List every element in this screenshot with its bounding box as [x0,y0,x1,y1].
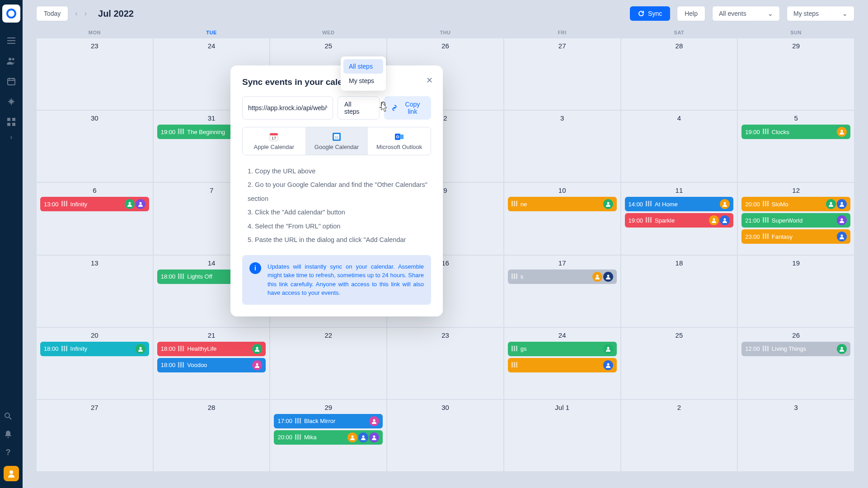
calendar-cell[interactable]: 2018:00Infinity [36,327,153,400]
calendar-event[interactable]: gs [508,342,617,356]
sync-button[interactable]: Sync [630,6,670,21]
date-number: 30 [391,404,500,411]
svg-point-11 [9,470,13,474]
app-logo[interactable] [2,5,20,23]
calendar-cell[interactable]: 27 [504,38,621,110]
calendar-cell[interactable]: 2118:00HealthyLife18:00Voodoo [153,327,270,400]
copy-link-button[interactable]: Copy link [384,96,431,120]
dropdown-item-all-steps[interactable]: All steps [343,59,383,74]
svg-rect-99 [765,346,766,351]
svg-rect-108 [300,434,301,440]
svg-rect-87 [180,362,182,367]
date-number: 17 [508,259,617,267]
calendar-cell[interactable]: 10ne [504,182,621,255]
chevron-down-icon: ⌄ [842,10,848,17]
calendar-event[interactable] [508,358,617,372]
tab-outlook[interactable]: O Microsoft Outlook [368,127,431,155]
google-calendar-icon: 31 [332,132,342,142]
calendar-cell[interactable]: 24gs [504,327,621,400]
calendar-cell[interactable]: 23 [387,327,504,400]
svg-point-44 [724,202,726,204]
calendar-cell[interactable]: 18 [621,255,738,327]
calendar-cell[interactable]: 613:00Infinity [36,182,153,255]
info-icon: i [249,262,261,274]
date-number: 23 [40,42,149,50]
calendar-cell[interactable]: 22 [270,327,387,400]
prev-month-icon[interactable]: ‹ [75,9,77,18]
today-button[interactable]: Today [36,6,68,21]
svg-point-40 [607,202,609,204]
tab-google-calendar[interactable]: 31 Google Calendar [305,127,368,155]
svg-rect-28 [66,201,67,206]
steps-dropdown[interactable]: All steps [338,96,380,120]
calendar-cell[interactable]: 1220:00SloMo21:00SuperWorld23:00Fantasy [737,182,854,255]
svg-point-105 [373,419,375,421]
next-month-icon[interactable]: › [84,9,87,18]
calendar-event[interactable]: 19:00Clocks [741,125,850,139]
flow-icon[interactable] [7,97,16,106]
url-input[interactable] [242,96,333,120]
help-icon[interactable]: ? [4,448,13,457]
people-icon[interactable] [7,56,16,65]
search-icon[interactable] [4,412,13,421]
calendar-event[interactable]: 23:00Fantasy [741,229,850,244]
svg-rect-22 [763,129,764,134]
expand-icon[interactable]: › [10,133,12,141]
events-filter-dropdown[interactable]: All events ⌄ [712,6,780,21]
svg-rect-5 [8,79,15,85]
grid-icon[interactable] [7,117,16,126]
calendar-cell[interactable]: 13 [36,255,153,327]
svg-rect-50 [763,201,764,206]
tab-apple-calendar[interactable]: 17 Apple Calendar [243,127,305,155]
calendar-event[interactable]: 20:00SloMo [741,197,850,211]
dropdown-item-my-steps[interactable]: My steps [343,74,383,88]
calendar-event[interactable]: 17:00Black Mirror [274,414,383,428]
svg-rect-102 [295,418,296,423]
calendar-event[interactable]: s [508,270,617,284]
calendar-cell[interactable]: 17s [504,255,621,327]
calendar-cell[interactable]: 30 [36,110,153,182]
svg-point-101 [841,347,843,349]
calendar-event[interactable]: 18:00Infinity [40,342,149,356]
calendar-event[interactable]: 13:00Infinity [40,197,149,211]
calendar-cell[interactable]: 28 [621,38,738,110]
calendar-event[interactable]: 21:00SuperWorld [741,213,850,228]
calendar-cell[interactable]: 2612:00Living Things [737,327,854,400]
svg-point-97 [607,363,609,365]
calendar-event[interactable]: 14:00At Home [625,197,734,211]
help-button[interactable]: Help [677,6,705,21]
user-avatar[interactable] [4,466,19,481]
calendar-icon[interactable] [7,77,16,86]
calendar-cell[interactable]: 28 [153,400,270,472]
calendar-cell[interactable]: 27 [36,400,153,472]
svg-rect-94 [511,362,513,367]
calendar-cell[interactable]: 29 [737,38,854,110]
calendar-cell[interactable]: 3 [504,110,621,182]
calendar-cell[interactable]: 2 [621,400,738,472]
steps-dropdown-menu: All steps My steps [341,56,386,91]
calendar-event[interactable]: 18:00Voodoo [157,358,266,372]
calendar-cell[interactable]: 25 [621,327,738,400]
calendar-cell[interactable]: Jul 1 [504,400,621,472]
calendar-event[interactable]: 20:00Mika [274,430,383,445]
calendar-event[interactable]: 12:00Living Things [741,342,850,356]
calendar-cell[interactable]: 4 [621,110,738,182]
calendar-cell[interactable]: 2917:00Black Mirror20:00Mika [270,400,387,472]
calendar-cell[interactable]: 1114:00At Home19:00Sparkle [621,182,738,255]
svg-point-54 [841,202,843,204]
bell-icon[interactable] [4,430,13,439]
date-number: 5 [741,114,850,122]
calendar-event[interactable]: 18:00HealthyLife [157,342,266,356]
calendar-event[interactable]: 19:00Sparkle [625,213,734,228]
calendar-cell[interactable]: 3 [737,400,854,472]
list-icon[interactable] [7,36,16,45]
close-icon[interactable]: ✕ [426,75,433,85]
calendar-event[interactable]: ne [508,197,617,211]
steps-filter-dropdown[interactable]: My steps ⌄ [787,6,854,21]
calendar-cell[interactable]: 519:00Clocks [737,110,854,182]
svg-rect-95 [514,362,515,367]
calendar-cell[interactable]: 30 [387,400,504,472]
instructions: 1. Copy the URL above 2. Go to your Goog… [248,164,431,247]
calendar-cell[interactable]: 23 [36,38,153,110]
calendar-cell[interactable]: 19 [737,255,854,327]
